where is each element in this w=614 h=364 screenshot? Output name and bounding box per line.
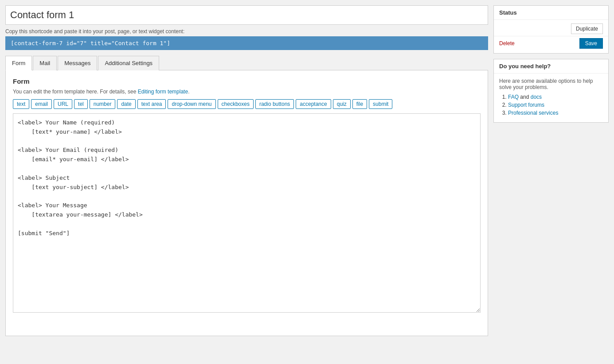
help-links-list: FAQ and docs Support forums Professional… xyxy=(499,94,603,116)
form-section-description: You can edit the form template here. For… xyxy=(13,89,481,95)
tab-form[interactable]: Form xyxy=(5,56,32,70)
tag-btn-dropdown[interactable]: drop-down menu xyxy=(168,99,215,109)
status-bottom-row: Delete Save xyxy=(494,36,608,53)
tag-btn-textarea[interactable]: text area xyxy=(137,99,166,109)
help-box: Do you need help? Here are some availabl… xyxy=(493,59,609,123)
professional-services-link[interactable]: Professional services xyxy=(508,110,558,116)
sidebar: Status Duplicate Delete Save Do you need… xyxy=(493,5,609,336)
docs-link[interactable]: docs xyxy=(531,94,542,100)
help-box-body: Here are some available options to help … xyxy=(494,74,608,122)
tag-btn-tel[interactable]: tel xyxy=(74,99,88,109)
tag-btn-date[interactable]: date xyxy=(117,99,135,109)
tab-additional-settings[interactable]: Additional Settings xyxy=(98,56,159,70)
tag-btn-radio[interactable]: radio buttons xyxy=(255,99,294,109)
tab-content-form: Form You can edit the form template here… xyxy=(5,70,488,336)
editing-form-template-link[interactable]: Editing form template xyxy=(138,89,188,95)
page-layout: Copy this shortcode and paste it into yo… xyxy=(5,5,609,336)
tab-messages[interactable]: Messages xyxy=(58,56,97,70)
tag-buttons-container: text email URL tel number date text area… xyxy=(13,99,481,109)
faq-link[interactable]: FAQ xyxy=(508,94,519,100)
status-box-title: Status xyxy=(494,6,608,20)
help-list-item-1: FAQ and docs xyxy=(508,94,603,100)
support-forums-link[interactable]: Support forums xyxy=(508,102,544,108)
status-top-row: Duplicate xyxy=(494,20,608,36)
help-list-item-2: Support forums xyxy=(508,102,603,108)
delete-button[interactable]: Delete xyxy=(499,40,515,46)
form-title-input[interactable] xyxy=(5,5,488,25)
tag-btn-url[interactable]: URL xyxy=(54,99,72,109)
tag-btn-checkboxes[interactable]: checkboxes xyxy=(218,99,254,109)
shortcode-description: Copy this shortcode and paste it into yo… xyxy=(5,28,488,35)
tab-mail[interactable]: Mail xyxy=(33,56,57,70)
shortcode-box[interactable]: [contact-form-7 id="7" title="Contact fo… xyxy=(5,36,488,50)
tag-btn-submit[interactable]: submit xyxy=(369,99,392,109)
status-box: Status Duplicate Delete Save xyxy=(493,5,609,54)
tag-btn-acceptance[interactable]: acceptance xyxy=(296,99,331,109)
help-box-description: Here are some available options to help … xyxy=(499,78,603,90)
save-button[interactable]: Save xyxy=(579,38,603,49)
tag-btn-number[interactable]: number xyxy=(90,99,116,109)
tabs-nav: Form Mail Messages Additional Settings xyxy=(5,55,488,70)
tag-btn-file[interactable]: file xyxy=(352,99,367,109)
tag-btn-text[interactable]: text xyxy=(13,99,29,109)
duplicate-button[interactable]: Duplicate xyxy=(571,23,603,34)
form-code-textarea[interactable] xyxy=(13,113,481,313)
form-section-title: Form xyxy=(13,77,481,85)
tag-btn-quiz[interactable]: quiz xyxy=(333,99,351,109)
help-list-item-3: Professional services xyxy=(508,110,603,116)
main-content: Copy this shortcode and paste it into yo… xyxy=(5,5,488,336)
tag-btn-email[interactable]: email xyxy=(31,99,52,109)
help-box-title: Do you need help? xyxy=(494,59,608,74)
